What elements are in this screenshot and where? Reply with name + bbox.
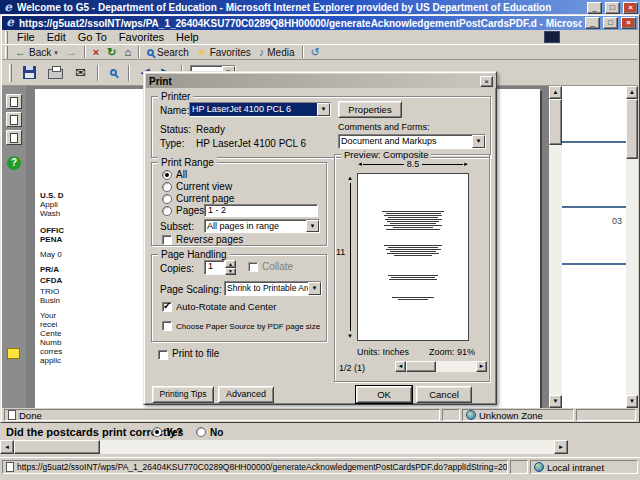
properties-button[interactable]: Properties bbox=[338, 101, 402, 118]
scroll-right-icon[interactable]: ► bbox=[554, 440, 568, 454]
preview-scrollbar[interactable]: ◄ ► bbox=[395, 361, 487, 372]
search-button[interactable]: Search bbox=[143, 46, 193, 59]
auto-rotate-label[interactable]: Auto-Rotate and Center bbox=[176, 301, 276, 312]
screen: e Welcome to G5 - Department of Educatio… bbox=[0, 0, 640, 480]
chevron-down-icon[interactable]: ▼ bbox=[306, 220, 319, 232]
document-text-line: PR/A bbox=[40, 266, 64, 274]
minimize-icon[interactable]: _ bbox=[587, 2, 602, 14]
current-view-label[interactable]: Current view bbox=[176, 181, 232, 192]
advanced-button[interactable]: Advanced bbox=[218, 386, 274, 403]
copies-value[interactable]: 1 bbox=[204, 260, 225, 275]
restore-icon[interactable]: □ bbox=[603, 17, 618, 29]
no-label[interactable]: No bbox=[210, 427, 223, 438]
menu-help[interactable]: Help bbox=[170, 30, 205, 44]
yes-label[interactable]: Yes bbox=[166, 427, 183, 438]
help-icon[interactable]: ? bbox=[7, 156, 21, 170]
forward-button[interactable]: → bbox=[62, 46, 81, 59]
yes-radio[interactable] bbox=[152, 427, 162, 437]
page-scaling-select[interactable]: Shrink to Printable Area ▼ bbox=[224, 281, 322, 296]
all-radio[interactable] bbox=[162, 170, 172, 180]
print-to-file-checkbox[interactable] bbox=[158, 350, 168, 360]
comments-forms-select[interactable]: Document and Markups ▼ bbox=[338, 134, 486, 149]
ok-button[interactable]: OK bbox=[356, 386, 412, 403]
scrollbar-track[interactable] bbox=[406, 361, 476, 372]
outer-status-bar: https://g5uat2/ssoINT/wps/PA_1_26404KSU7… bbox=[0, 457, 640, 476]
email-button[interactable]: ✉ bbox=[71, 66, 90, 79]
pdf-vertical-scrollbar[interactable]: ▲ ▼ bbox=[549, 86, 562, 408]
current-page-radio[interactable] bbox=[162, 194, 172, 204]
chevron-down-icon[interactable]: ▼ bbox=[317, 103, 330, 116]
stop-button[interactable]: × bbox=[89, 46, 103, 59]
search-document-button[interactable] bbox=[106, 68, 121, 77]
scroll-right-icon[interactable]: ► bbox=[476, 361, 487, 372]
scroll-down-icon[interactable]: ▼ bbox=[626, 395, 638, 408]
current-view-radio[interactable] bbox=[162, 182, 172, 192]
outer-titlebar[interactable]: e Welcome to G5 - Department of Educatio… bbox=[0, 0, 640, 15]
stepper-down-icon[interactable]: ▼ bbox=[225, 268, 236, 275]
menu-file[interactable]: File bbox=[11, 30, 41, 44]
scrollbar-thumb[interactable] bbox=[626, 99, 638, 159]
no-radio[interactable] bbox=[196, 427, 206, 437]
menu-edit[interactable]: Edit bbox=[41, 30, 72, 44]
printing-tips-label: Printing Tips bbox=[160, 389, 207, 399]
reverse-pages-label[interactable]: Reverse pages bbox=[176, 234, 243, 245]
pages-input[interactable]: 1 - 2 bbox=[204, 204, 318, 217]
comments-note-icon[interactable] bbox=[7, 348, 20, 359]
pages-radio[interactable] bbox=[162, 206, 172, 216]
close-icon[interactable]: × bbox=[623, 2, 638, 14]
print-to-file-label[interactable]: Print to file bbox=[172, 348, 219, 359]
media-button[interactable]: ♪ Media bbox=[255, 46, 299, 59]
popup-titlebar[interactable]: e https://g5uat2/ssoINT/wps/PA_1_26404KS… bbox=[2, 16, 638, 30]
close-icon[interactable]: × bbox=[480, 76, 493, 87]
subset-select[interactable]: All pages in range ▼ bbox=[204, 219, 320, 233]
pages-tab-icon[interactable] bbox=[6, 112, 22, 127]
separator bbox=[128, 65, 130, 81]
close-icon[interactable]: × bbox=[621, 17, 636, 29]
toolbar-grip[interactable] bbox=[5, 46, 8, 59]
print-button[interactable] bbox=[44, 65, 67, 80]
cancel-button[interactable]: Cancel bbox=[416, 386, 472, 403]
save-button[interactable] bbox=[19, 65, 40, 80]
stepper-up-icon[interactable]: ▲ bbox=[225, 260, 236, 268]
printing-tips-button[interactable]: Printing Tips bbox=[152, 386, 214, 403]
auto-rotate-checkbox[interactable] bbox=[162, 302, 172, 312]
menu-go-to[interactable]: Go To bbox=[72, 30, 113, 44]
scrollbar-thumb[interactable] bbox=[406, 361, 436, 372]
scroll-left-icon[interactable]: ◄ bbox=[0, 440, 14, 454]
horizontal-scrollbar[interactable]: ◄ ► bbox=[0, 440, 568, 454]
scroll-left-icon[interactable]: ◄ bbox=[395, 361, 406, 372]
maximize-icon[interactable]: □ bbox=[605, 2, 620, 14]
toolbar-grip[interactable] bbox=[5, 31, 8, 44]
scroll-up-icon[interactable]: ▲ bbox=[626, 86, 638, 99]
printer-name-select[interactable]: HP LaserJet 4100 PCL 6 ▼ bbox=[189, 102, 331, 117]
back-button[interactable]: ← Back ▾ bbox=[11, 46, 62, 59]
scrollbar-track[interactable] bbox=[14, 440, 554, 454]
zone-globe-icon bbox=[466, 410, 476, 420]
favorites-button[interactable]: ★ Favorites bbox=[193, 46, 255, 59]
reverse-pages-checkbox[interactable] bbox=[162, 235, 172, 245]
layers-tab-icon[interactable] bbox=[6, 130, 22, 145]
scroll-up-icon[interactable]: ▲ bbox=[549, 86, 562, 99]
chevron-down-icon[interactable]: ▼ bbox=[308, 282, 321, 295]
scrollbar-thumb[interactable] bbox=[14, 440, 100, 454]
refresh-button[interactable]: ↻ bbox=[103, 46, 120, 59]
paper-source-checkbox[interactable] bbox=[162, 321, 172, 331]
copies-stepper[interactable]: 1 ▲ ▼ bbox=[204, 260, 236, 275]
home-button[interactable]: ⌂ bbox=[120, 46, 135, 59]
chevron-down-icon[interactable]: ▼ bbox=[472, 135, 485, 148]
print-dialog-titlebar[interactable]: Print × bbox=[146, 74, 496, 88]
scroll-down-icon[interactable]: ▼ bbox=[549, 395, 562, 408]
printer-group: Printer Name: HP LaserJet 4100 PCL 6 ▼ P… bbox=[151, 96, 491, 158]
bookmarks-tab-icon[interactable] bbox=[6, 94, 22, 109]
toolbar-grip[interactable] bbox=[9, 64, 12, 82]
history-button[interactable]: ↺ bbox=[307, 46, 324, 59]
page-vertical-scrollbar[interactable]: ▲ ▼ bbox=[626, 86, 638, 408]
minimize-icon[interactable]: _ bbox=[585, 17, 600, 29]
scrollbar-thumb[interactable] bbox=[549, 99, 562, 145]
menu-favorites[interactable]: Favorites bbox=[113, 30, 170, 44]
current-page-label[interactable]: Current page bbox=[176, 193, 234, 204]
pages-label[interactable]: Pages bbox=[176, 205, 204, 216]
status-main-panel: Done bbox=[4, 409, 440, 421]
paper-source-label[interactable]: Choose Paper Source by PDF page size bbox=[176, 321, 320, 332]
all-label[interactable]: All bbox=[176, 169, 187, 180]
